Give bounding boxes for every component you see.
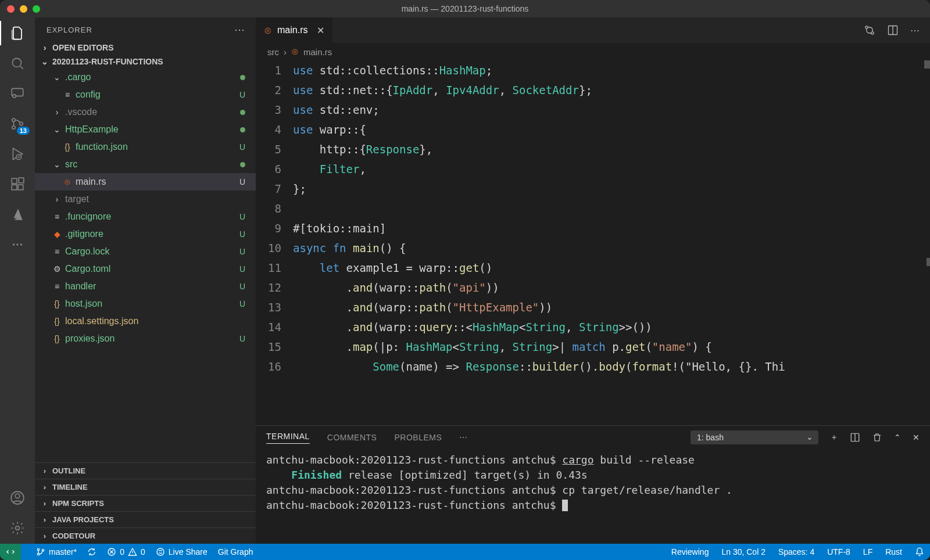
section-label: OUTLINE — [52, 466, 85, 475]
open-editors-section[interactable]: › OPEN EDITORS — [35, 41, 256, 55]
language-mode[interactable]: Rust — [885, 547, 902, 557]
account-activity-icon[interactable] — [9, 489, 26, 507]
comments-tab[interactable]: COMMENTS — [327, 433, 377, 442]
tree-item-config[interactable]: ≡configU — [35, 86, 256, 103]
terminal-tab[interactable]: TERMINAL — [266, 432, 310, 444]
tree-item--vscode[interactable]: ›.vscode — [35, 103, 256, 121]
status-text: Spaces: 4 — [778, 547, 814, 557]
branch-name: master* — [49, 547, 77, 557]
tree-item--gitignore[interactable]: ◆.gitignoreU — [35, 225, 256, 243]
sync-button[interactable] — [87, 547, 96, 557]
breadcrumb-part[interactable]: src — [267, 47, 279, 57]
tree-item-local-settings-json[interactable]: {}local.settings.json — [35, 313, 256, 330]
maximize-panel-icon[interactable]: ⌃ — [894, 433, 901, 442]
chevron-right-icon: › — [41, 43, 49, 52]
panel-toolbar: 1: bash ＋ ⌃ ✕ — [691, 430, 920, 444]
close-tab-icon[interactable]: ✕ — [317, 25, 324, 36]
new-terminal-icon[interactable]: ＋ — [830, 432, 838, 443]
svg-point-22 — [37, 553, 39, 555]
tree-item-main-rs[interactable]: ⊛main.rsU — [35, 173, 256, 191]
term-cmd: cargo — [562, 454, 593, 466]
titlebar[interactable]: main.rs — 20201123-rust-functions — [0, 0, 930, 17]
breadcrumb[interactable]: src › ⊛ main.rs — [256, 43, 930, 60]
tree-item-status — [237, 73, 248, 82]
svg-point-21 — [37, 548, 39, 550]
tree-item-label: .gitignore — [65, 229, 237, 239]
codetour-section[interactable]: ›CODETOUR — [35, 527, 256, 544]
kill-terminal-icon[interactable] — [872, 432, 882, 443]
tree-item-status: U — [237, 90, 248, 99]
file-icon: › — [51, 107, 63, 117]
git-branch[interactable]: master* — [36, 547, 77, 557]
tree-item--funcignore[interactable]: ≡.funcignoreU — [35, 208, 256, 225]
tree-item-cargo-lock[interactable]: ≡Cargo.lockU — [35, 243, 256, 260]
remote-indicator[interactable] — [0, 544, 21, 560]
tree-item-proxies-json[interactable]: {}proxies.jsonU — [35, 330, 256, 347]
panel-more-icon[interactable]: ⋯ — [459, 433, 468, 442]
editor-area: ⊛ main.rs ✕ ⋯ src › ⊛ main.rs 1 2 3 4 5 … — [256, 17, 930, 544]
eol[interactable]: LF — [863, 547, 872, 557]
tree-item-target[interactable]: ›target — [35, 191, 256, 208]
live-share[interactable]: Live Share — [156, 547, 208, 557]
terminal-output[interactable]: antchu-macbook:20201123-rust-functions a… — [256, 449, 930, 544]
svg-point-17 — [865, 26, 868, 28]
errors-warnings[interactable]: 0 0 — [107, 547, 145, 557]
editor-more-icon[interactable]: ⋯ — [910, 25, 920, 36]
remote-activity-icon[interactable] — [9, 85, 26, 102]
window: main.rs — 20201123-rust-functions 13 — [0, 0, 930, 560]
more-activity-icon[interactable] — [9, 236, 26, 253]
run-activity-icon[interactable] — [9, 145, 26, 163]
code-editor[interactable]: 1 2 3 4 5 6 7 8 9 10 11 12 13 14 15 16 u… — [256, 60, 930, 425]
tree-item-host-json[interactable]: {}host.jsonU — [35, 295, 256, 313]
tree-item-function-json[interactable]: {}function.jsonU — [35, 138, 256, 156]
terminal-select[interactable]: 1: bash — [691, 430, 818, 444]
section-label: 20201123-RUST-FUNCTIONS — [52, 57, 163, 66]
problems-tab[interactable]: PROBLEMS — [394, 433, 442, 442]
split-terminal-icon[interactable] — [850, 432, 860, 443]
file-tree[interactable]: ⌄.cargo≡configU›.vscode⌄HttpExample{}fun… — [35, 69, 256, 462]
term-prompt: antchu-macbook:20201123-rust-functions a… — [266, 484, 562, 496]
minimize-window-button[interactable] — [20, 5, 27, 13]
outline-section[interactable]: ›OUTLINE — [35, 462, 256, 479]
project-section[interactable]: ⌄ 20201123-RUST-FUNCTIONS — [35, 55, 256, 69]
tree-item-handler[interactable]: ≡handlerU — [35, 278, 256, 295]
tab-main-rs[interactable]: ⊛ main.rs ✕ — [256, 17, 333, 43]
tree-item-cargo-toml[interactable]: ⚙Cargo.tomlU — [35, 260, 256, 278]
tree-item-label: src — [65, 159, 237, 170]
timeline-section[interactable]: ›TIMELINE — [35, 479, 256, 495]
split-editor-icon[interactable] — [887, 24, 899, 36]
chevron-right-icon: › — [41, 515, 49, 524]
tab-actions: ⋯ — [864, 17, 930, 43]
sidebar-more-icon[interactable]: ⋯ — [234, 23, 245, 36]
tree-item--cargo[interactable]: ⌄.cargo — [35, 69, 256, 86]
java-section[interactable]: ›JAVA PROJECTS — [35, 511, 256, 527]
status-text: LF — [863, 547, 872, 557]
file-icon: ≡ — [51, 247, 63, 256]
zoom-window-button[interactable] — [33, 5, 40, 13]
tree-item-status — [237, 160, 248, 169]
scm-activity-icon[interactable]: 13 — [9, 115, 26, 132]
explorer-activity-icon[interactable] — [9, 24, 26, 42]
close-panel-icon[interactable]: ✕ — [913, 433, 920, 442]
encoding[interactable]: UTF-8 — [827, 547, 850, 557]
code-content[interactable]: use std::collections::HashMap; use std::… — [293, 60, 930, 425]
terminal-cursor — [562, 500, 568, 511]
git-graph[interactable]: Git Graph — [218, 547, 253, 557]
tree-item-label: .cargo — [65, 72, 237, 82]
file-icon: ⌄ — [51, 73, 63, 82]
tree-item-src[interactable]: ⌄src — [35, 156, 256, 173]
breadcrumb-part[interactable]: main.rs — [303, 47, 332, 57]
notifications-icon[interactable] — [915, 547, 924, 557]
settings-activity-icon[interactable] — [9, 519, 26, 537]
tree-item-status: U — [237, 264, 248, 274]
extensions-activity-icon[interactable] — [9, 175, 26, 193]
npm-section[interactable]: ›NPM SCRIPTS — [35, 495, 256, 511]
search-activity-icon[interactable] — [9, 55, 26, 72]
cursor-position[interactable]: Ln 30, Col 2 — [721, 547, 766, 557]
close-window-button[interactable] — [7, 5, 15, 13]
tree-item-httpexample[interactable]: ⌄HttpExample — [35, 121, 256, 138]
compare-changes-icon[interactable] — [864, 24, 875, 36]
azure-activity-icon[interactable] — [9, 206, 26, 223]
indentation[interactable]: Spaces: 4 — [778, 547, 814, 557]
reviewing-status[interactable]: Reviewing — [671, 547, 709, 557]
